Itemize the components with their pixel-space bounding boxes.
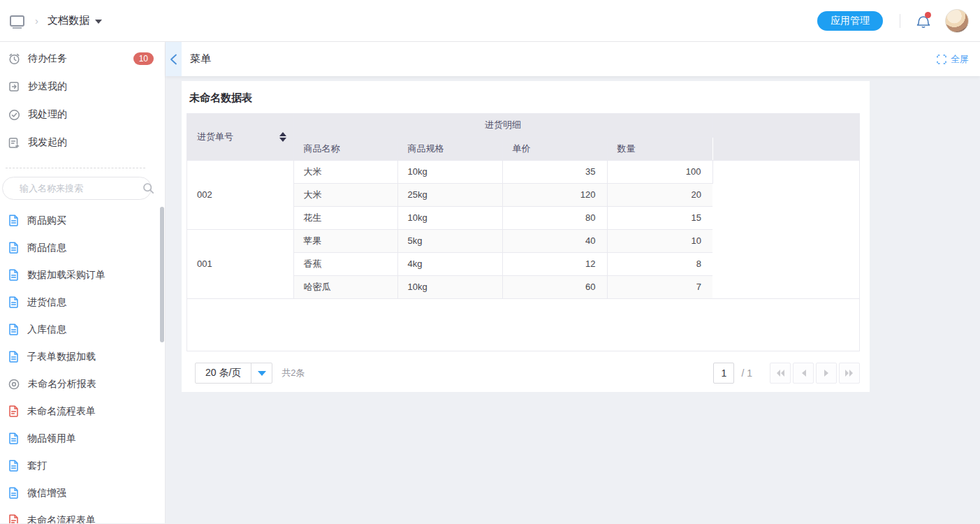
spec-cell: 5kg <box>397 229 502 252</box>
doc-icon <box>8 323 19 335</box>
column-header-filler <box>712 114 859 160</box>
card-title: 未命名数据表 <box>189 92 860 105</box>
sidebar-document-item[interactable]: 微信增强 <box>0 479 165 507</box>
data-table-card: 未命名数据表 进货单号 <box>182 81 870 392</box>
sidebar-document-item[interactable]: 数据加载采购订单 <box>0 261 165 289</box>
document-label: 进货信息 <box>27 296 66 309</box>
process-doc-icon <box>8 405 19 417</box>
home-monitor-icon[interactable] <box>10 15 24 27</box>
avatar[interactable] <box>945 9 969 33</box>
nav-item-label: 我处理的 <box>28 108 67 121</box>
topbar-divider <box>900 14 900 28</box>
document-label: 未命名分析报表 <box>28 378 96 391</box>
sidebar-document-item[interactable]: 子表单数据加载 <box>0 343 165 370</box>
document-label: 未命名流程表单 <box>27 405 96 418</box>
nav-item-label: 抄送我的 <box>28 80 67 93</box>
sidebar-divider <box>6 168 145 168</box>
fullscreen-label: 全屏 <box>951 53 969 66</box>
sidebar-document-item[interactable]: 入库信息 <box>0 316 165 343</box>
next-page-button[interactable] <box>816 363 837 384</box>
doc-icon <box>8 487 19 499</box>
sidebar-document-item[interactable]: 未命名分析报表 <box>0 370 165 398</box>
sub-column-header: 商品名称 <box>293 137 397 160</box>
sidebar-document-item[interactable]: 物品领用单 <box>0 425 165 452</box>
top-bar: › 文档数据 应用管理 <box>0 0 980 42</box>
price-cell: 60 <box>502 275 607 298</box>
spec-cell: 10kg <box>397 160 502 183</box>
page-size-caret-icon <box>251 363 272 383</box>
name-cell: 花生 <box>293 206 397 229</box>
last-page-button[interactable] <box>839 363 860 384</box>
content-area: 未命名数据表 进货单号 <box>166 76 980 523</box>
price-cell: 40 <box>502 229 607 252</box>
qty-cell: 8 <box>607 252 712 275</box>
breadcrumb[interactable]: 文档数据 <box>47 14 102 27</box>
current-page-box[interactable]: 1 <box>713 363 734 384</box>
spec-cell: 10kg <box>397 275 502 298</box>
sub-column-header: 商品规格 <box>397 137 502 160</box>
sort-icon[interactable] <box>279 132 286 142</box>
table-footer: 20 条/页 共2条 1 / 1 <box>187 351 860 395</box>
chevron-left-icon <box>170 54 177 65</box>
sidebar-document-list: 商品购买商品信息数据加载采购订单进货信息入库信息子表单数据加载未命名分析报表未命… <box>0 207 165 523</box>
qty-cell: 7 <box>607 275 712 298</box>
data-table: 进货单号 进货明细 商品名称商品规格单价数量 002大米10kg35100大米2… <box>187 114 859 299</box>
price-cell: 120 <box>502 183 607 206</box>
page-title: 菜单 <box>190 52 211 66</box>
fullscreen-button[interactable]: 全屏 <box>937 53 969 66</box>
sidebar-document-item[interactable]: 进货信息 <box>0 289 165 316</box>
search-input[interactable] <box>20 183 142 194</box>
doc-icon <box>8 269 19 281</box>
name-cell: 香蕉 <box>293 252 397 275</box>
pagination: 1 / 1 <box>713 363 860 384</box>
copy-doc-icon <box>8 81 20 93</box>
nav-item[interactable]: 我处理的 <box>0 101 165 129</box>
table-wrapper: 进货单号 进货明细 商品名称商品规格单价数量 002大米10kg35100大米2… <box>187 113 860 351</box>
order-number-cell: 001 <box>187 229 293 298</box>
table-row[interactable]: 002大米10kg35100 <box>187 160 859 183</box>
doc-icon <box>8 432 19 444</box>
name-cell: 哈密瓜 <box>293 275 397 298</box>
doc-icon <box>8 214 19 226</box>
prev-page-button[interactable] <box>793 363 814 384</box>
sidebar-document-item[interactable]: 未命名流程表单 <box>0 507 165 523</box>
page-size-select[interactable]: 20 条/页 <box>195 363 272 384</box>
total-pages-label: / 1 <box>741 367 752 379</box>
nav-item[interactable]: 抄送我的 <box>0 73 165 101</box>
back-button[interactable] <box>166 42 182 76</box>
search-icon[interactable] <box>142 182 154 194</box>
sidebar-nav-list: 待办任务10抄送我的我处理的我发起的 <box>0 42 165 157</box>
sidebar-document-item[interactable]: 商品购买 <box>0 207 165 234</box>
column-group-header: 进货明细 <box>293 114 712 137</box>
column-header-order[interactable]: 进货单号 <box>187 114 293 160</box>
qty-cell: 10 <box>607 229 712 252</box>
sidebar-document-item[interactable]: 商品信息 <box>0 234 165 261</box>
price-cell: 12 <box>502 252 607 275</box>
sidebar: 待办任务10抄送我的我处理的我发起的 商品购买商品信息数据加载采购订单进货信息入… <box>0 42 166 523</box>
document-label: 商品购买 <box>27 214 66 227</box>
nav-item[interactable]: 待办任务10 <box>0 45 165 73</box>
first-page-button[interactable] <box>770 363 791 384</box>
sidebar-scrollbar[interactable] <box>160 207 164 342</box>
breadcrumb-separator-icon: › <box>35 15 38 27</box>
nav-item-label: 待办任务 <box>28 52 67 65</box>
sidebar-document-item[interactable]: 套打 <box>0 452 165 479</box>
document-label: 商品信息 <box>27 242 66 254</box>
doc-icon <box>8 296 19 308</box>
nav-item[interactable]: 我发起的 <box>0 129 165 157</box>
document-label: 子表单数据加载 <box>27 351 96 363</box>
name-cell: 大米 <box>293 183 397 206</box>
document-label: 入库信息 <box>27 323 66 336</box>
notification-bell-icon[interactable] <box>916 13 931 29</box>
document-label: 套打 <box>27 460 47 472</box>
page-subheader: 菜单 全屏 <box>166 42 980 76</box>
nav-item-label: 我发起的 <box>28 136 67 149</box>
spec-cell: 25kg <box>397 183 502 206</box>
clock-icon <box>8 53 20 65</box>
doc-icon <box>8 351 19 363</box>
sub-column-header: 单价 <box>502 137 607 160</box>
app-manage-button[interactable]: 应用管理 <box>817 11 883 31</box>
todo-count-badge: 10 <box>133 52 154 65</box>
sidebar-document-item[interactable]: 未命名流程表单 <box>0 398 165 425</box>
breadcrumb-title: 文档数据 <box>47 14 89 27</box>
